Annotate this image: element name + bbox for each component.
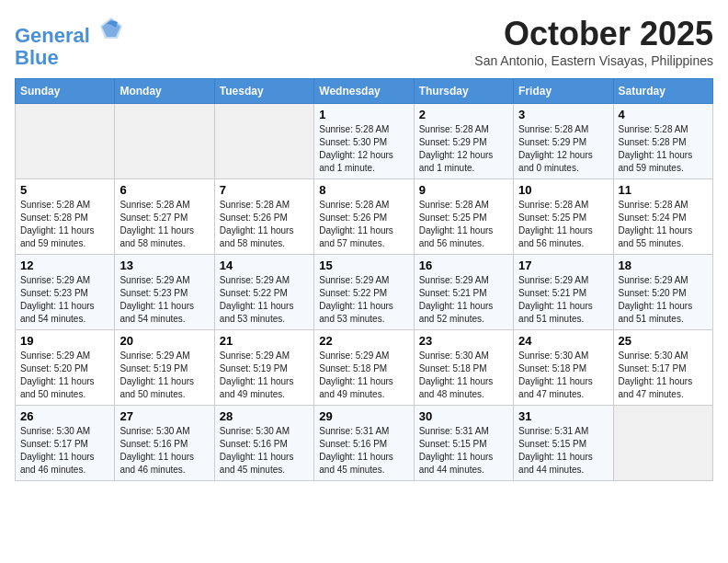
calendar-cell: 12Sunrise: 5:29 AMSunset: 5:23 PMDayligh… <box>16 255 115 330</box>
day-info: Sunrise: 5:29 AMSunset: 5:20 PMDaylight:… <box>20 350 109 401</box>
calendar-cell <box>115 104 214 179</box>
day-number: 7 <box>220 183 309 197</box>
day-info: Sunrise: 5:30 AMSunset: 5:16 PMDaylight:… <box>119 425 209 477</box>
day-info: Sunrise: 5:28 AMSunset: 5:28 PMDaylight:… <box>619 123 708 175</box>
weekday-header-friday: Friday <box>514 79 613 104</box>
day-info: Sunrise: 5:30 AMSunset: 5:16 PMDaylight:… <box>220 425 309 477</box>
day-number: 11 <box>619 183 708 197</box>
calendar-cell: 29Sunrise: 5:31 AMSunset: 5:16 PMDayligh… <box>314 406 414 481</box>
calendar-cell: 23Sunrise: 5:30 AMSunset: 5:18 PMDayligh… <box>414 330 513 406</box>
weekday-header-thursday: Thursday <box>414 79 513 104</box>
logo-icon <box>97 15 125 42</box>
day-info: Sunrise: 5:28 AMSunset: 5:29 PMDaylight:… <box>518 123 608 175</box>
day-number: 26 <box>20 409 109 423</box>
day-number: 17 <box>518 259 608 272</box>
day-info: Sunrise: 5:29 AMSunset: 5:19 PMDaylight:… <box>119 350 209 401</box>
calendar-cell: 4Sunrise: 5:28 AMSunset: 5:28 PMDaylight… <box>613 104 712 179</box>
day-info: Sunrise: 5:28 AMSunset: 5:29 PMDaylight:… <box>419 123 508 175</box>
calendar-cell <box>16 104 115 179</box>
calendar-week-3: 12Sunrise: 5:29 AMSunset: 5:23 PMDayligh… <box>16 255 713 330</box>
calendar-cell: 7Sunrise: 5:28 AMSunset: 5:26 PMDaylight… <box>214 179 313 255</box>
day-number: 9 <box>419 183 508 197</box>
day-info: Sunrise: 5:29 AMSunset: 5:18 PMDaylight:… <box>319 350 408 401</box>
day-info: Sunrise: 5:30 AMSunset: 5:17 PMDaylight:… <box>20 425 109 477</box>
day-number: 27 <box>119 409 209 423</box>
calendar-cell: 28Sunrise: 5:30 AMSunset: 5:16 PMDayligh… <box>214 406 313 481</box>
day-number: 28 <box>220 409 309 423</box>
calendar-cell: 25Sunrise: 5:30 AMSunset: 5:17 PMDayligh… <box>613 330 712 406</box>
calendar-cell: 3Sunrise: 5:28 AMSunset: 5:29 PMDaylight… <box>514 104 613 179</box>
day-info: Sunrise: 5:31 AMSunset: 5:16 PMDaylight:… <box>319 425 408 477</box>
day-number: 13 <box>119 259 209 272</box>
month-title: October 2025 <box>474 15 713 53</box>
calendar-cell: 14Sunrise: 5:29 AMSunset: 5:22 PMDayligh… <box>214 255 313 330</box>
calendar-cell: 10Sunrise: 5:28 AMSunset: 5:25 PMDayligh… <box>514 179 613 255</box>
day-number: 21 <box>220 334 309 348</box>
day-info: Sunrise: 5:29 AMSunset: 5:21 PMDaylight:… <box>518 274 608 326</box>
day-number: 22 <box>319 334 408 348</box>
day-number: 18 <box>619 259 708 272</box>
weekday-header-monday: Monday <box>115 79 214 104</box>
logo-blue-text: Blue <box>15 47 125 69</box>
day-info: Sunrise: 5:28 AMSunset: 5:26 PMDaylight:… <box>220 199 309 250</box>
calendar-cell: 18Sunrise: 5:29 AMSunset: 5:20 PMDayligh… <box>613 255 712 330</box>
calendar-table: SundayMondayTuesdayWednesdayThursdayFrid… <box>15 78 713 481</box>
day-info: Sunrise: 5:28 AMSunset: 5:24 PMDaylight:… <box>619 199 708 250</box>
calendar-week-4: 19Sunrise: 5:29 AMSunset: 5:20 PMDayligh… <box>16 330 713 406</box>
logo: General Blue <box>15 15 125 69</box>
day-info: Sunrise: 5:28 AMSunset: 5:30 PMDaylight:… <box>319 123 408 175</box>
calendar-cell: 16Sunrise: 5:29 AMSunset: 5:21 PMDayligh… <box>414 255 513 330</box>
calendar-cell: 1Sunrise: 5:28 AMSunset: 5:30 PMDaylight… <box>314 104 414 179</box>
weekday-header-row: SundayMondayTuesdayWednesdayThursdayFrid… <box>16 79 713 104</box>
calendar-cell: 13Sunrise: 5:29 AMSunset: 5:23 PMDayligh… <box>115 255 214 330</box>
day-info: Sunrise: 5:29 AMSunset: 5:20 PMDaylight:… <box>619 274 708 326</box>
weekday-header-tuesday: Tuesday <box>214 79 313 104</box>
calendar-cell: 21Sunrise: 5:29 AMSunset: 5:19 PMDayligh… <box>214 330 313 406</box>
calendar-cell: 22Sunrise: 5:29 AMSunset: 5:18 PMDayligh… <box>314 330 414 406</box>
calendar-cell: 30Sunrise: 5:31 AMSunset: 5:15 PMDayligh… <box>414 406 513 481</box>
day-info: Sunrise: 5:30 AMSunset: 5:18 PMDaylight:… <box>518 350 608 401</box>
day-info: Sunrise: 5:29 AMSunset: 5:22 PMDaylight:… <box>319 274 408 326</box>
day-info: Sunrise: 5:28 AMSunset: 5:25 PMDaylight:… <box>518 199 608 250</box>
calendar-cell: 24Sunrise: 5:30 AMSunset: 5:18 PMDayligh… <box>514 330 613 406</box>
calendar-week-5: 26Sunrise: 5:30 AMSunset: 5:17 PMDayligh… <box>16 406 713 481</box>
calendar-cell <box>613 406 712 481</box>
location-subtitle: San Antonio, Eastern Visayas, Philippine… <box>474 53 713 68</box>
day-number: 15 <box>319 259 408 272</box>
day-info: Sunrise: 5:29 AMSunset: 5:23 PMDaylight:… <box>20 274 109 326</box>
day-number: 4 <box>619 108 708 121</box>
calendar-cell: 9Sunrise: 5:28 AMSunset: 5:25 PMDaylight… <box>414 179 513 255</box>
day-number: 30 <box>419 409 508 423</box>
day-info: Sunrise: 5:28 AMSunset: 5:25 PMDaylight:… <box>419 199 508 250</box>
day-number: 12 <box>20 259 109 272</box>
weekday-header-saturday: Saturday <box>613 79 712 104</box>
calendar-cell: 15Sunrise: 5:29 AMSunset: 5:22 PMDayligh… <box>314 255 414 330</box>
calendar-cell: 31Sunrise: 5:31 AMSunset: 5:15 PMDayligh… <box>514 406 613 481</box>
calendar-cell <box>214 104 313 179</box>
weekday-header-wednesday: Wednesday <box>314 79 414 104</box>
day-number: 19 <box>20 334 109 348</box>
day-number: 20 <box>119 334 209 348</box>
day-number: 6 <box>119 183 209 197</box>
day-number: 14 <box>220 259 309 272</box>
calendar-cell: 20Sunrise: 5:29 AMSunset: 5:19 PMDayligh… <box>115 330 214 406</box>
calendar-cell: 27Sunrise: 5:30 AMSunset: 5:16 PMDayligh… <box>115 406 214 481</box>
day-number: 3 <box>518 108 608 121</box>
day-number: 16 <box>419 259 508 272</box>
day-number: 5 <box>20 183 109 197</box>
day-info: Sunrise: 5:29 AMSunset: 5:23 PMDaylight:… <box>119 274 209 326</box>
day-info: Sunrise: 5:28 AMSunset: 5:27 PMDaylight:… <box>119 199 209 250</box>
weekday-header-sunday: Sunday <box>16 79 115 104</box>
day-info: Sunrise: 5:28 AMSunset: 5:26 PMDaylight:… <box>319 199 408 250</box>
calendar-cell: 26Sunrise: 5:30 AMSunset: 5:17 PMDayligh… <box>16 406 115 481</box>
day-number: 1 <box>319 108 408 121</box>
day-info: Sunrise: 5:29 AMSunset: 5:19 PMDaylight:… <box>220 350 309 401</box>
calendar-cell: 6Sunrise: 5:28 AMSunset: 5:27 PMDaylight… <box>115 179 214 255</box>
logo-text: General <box>15 15 125 47</box>
day-info: Sunrise: 5:30 AMSunset: 5:17 PMDaylight:… <box>619 350 708 401</box>
day-number: 23 <box>419 334 508 348</box>
day-number: 31 <box>518 409 608 423</box>
day-number: 10 <box>518 183 608 197</box>
calendar-cell: 2Sunrise: 5:28 AMSunset: 5:29 PMDaylight… <box>414 104 513 179</box>
calendar-cell: 5Sunrise: 5:28 AMSunset: 5:28 PMDaylight… <box>16 179 115 255</box>
